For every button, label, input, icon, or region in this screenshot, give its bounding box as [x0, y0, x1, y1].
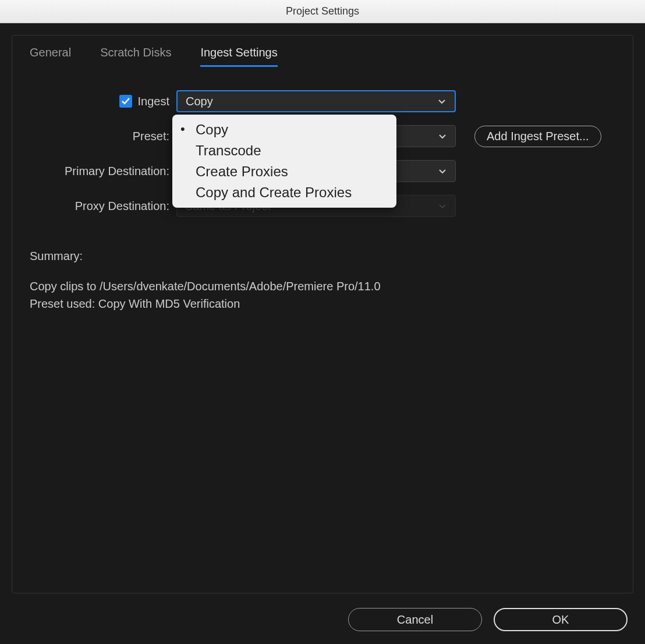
ingest-option-label: Transcode: [196, 143, 261, 158]
tab-scratch-disks[interactable]: Scratch Disks: [100, 46, 171, 67]
ingest-option-copy[interactable]: Copy: [172, 119, 396, 140]
ingest-option-label: Copy and Create Proxies: [196, 184, 352, 200]
dialog-content: General Scratch Disks Ingest Settings In…: [0, 23, 645, 644]
ingest-option-copy-and-create-proxies[interactable]: Copy and Create Proxies: [172, 182, 396, 203]
ingest-checkbox[interactable]: [119, 95, 132, 108]
form-area: Ingest Copy Preset:: [12, 67, 633, 312]
proxy-destination-label-col: Proxy Destination:: [30, 200, 169, 213]
tab-scratch-disks-label: Scratch Disks: [100, 46, 171, 59]
ingest-option-transcode[interactable]: Transcode: [172, 140, 396, 161]
primary-destination-label-col: Primary Destination:: [30, 165, 169, 178]
tab-general-label: General: [30, 46, 71, 59]
window-title: Project Settings: [286, 5, 359, 17]
add-ingest-preset-button[interactable]: Add Ingest Preset...: [474, 126, 601, 147]
chevron-down-icon: [438, 201, 447, 211]
window-titlebar: Project Settings: [0, 0, 645, 23]
ingest-dropdown-value: Copy: [186, 95, 213, 108]
checkmark-icon: [121, 97, 130, 106]
ingest-option-label: Create Proxies: [196, 163, 288, 179]
chevron-down-icon: [438, 166, 447, 176]
summary-section: Summary: Copy clips to /Users/dvenkate/D…: [30, 230, 615, 312]
chevron-down-icon: [437, 97, 446, 106]
dialog-footer: Cancel OK: [348, 608, 628, 631]
ingest-label-col: Ingest: [30, 95, 169, 108]
ok-button-label: OK: [552, 613, 569, 627]
ingest-row: Ingest Copy: [30, 90, 615, 112]
tabs-bar: General Scratch Disks Ingest Settings: [12, 35, 633, 67]
proxy-destination-label: Proxy Destination:: [75, 200, 169, 213]
add-ingest-preset-label: Add Ingest Preset...: [487, 130, 589, 143]
summary-title: Summary:: [30, 247, 598, 265]
tab-ingest-settings-label: Ingest Settings: [200, 46, 277, 59]
primary-destination-label: Primary Destination:: [65, 165, 169, 178]
tab-ingest-settings[interactable]: Ingest Settings: [200, 46, 277, 67]
cancel-button-label: Cancel: [397, 613, 433, 627]
summary-line1: Copy clips to /Users/dvenkate/Documents/…: [30, 277, 598, 295]
ingest-option-label: Copy: [196, 122, 228, 137]
ok-button[interactable]: OK: [494, 608, 628, 631]
cancel-button[interactable]: Cancel: [348, 608, 482, 631]
ingest-dropdown-menu: Copy Transcode Create Proxies Copy and C…: [172, 115, 396, 208]
preset-label-col: Preset:: [30, 130, 169, 143]
chevron-down-icon: [438, 131, 447, 141]
tab-general[interactable]: General: [30, 46, 71, 67]
preset-label: Preset:: [133, 130, 169, 143]
ingest-option-create-proxies[interactable]: Create Proxies: [172, 161, 396, 182]
summary-line2: Preset used: Copy With MD5 Verification: [30, 295, 598, 312]
ingest-dropdown[interactable]: Copy: [176, 90, 456, 112]
settings-panel: General Scratch Disks Ingest Settings In…: [12, 35, 633, 593]
ingest-label: Ingest: [138, 95, 169, 108]
